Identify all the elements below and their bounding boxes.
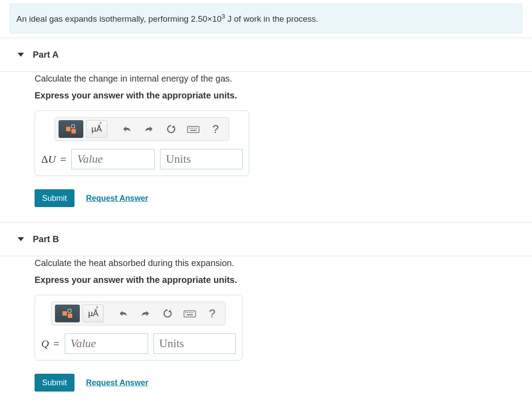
units-input[interactable] [160,149,243,169]
part-prompt: Calculate the heat absorbed during this … [35,256,532,270]
undo-button[interactable] [117,120,137,138]
problem-exp: 3 [222,13,225,20]
template-box-icon [68,309,71,313]
reset-button[interactable] [161,120,181,138]
units-input-field[interactable] [166,153,237,166]
value-input-field[interactable] [77,153,149,166]
part-prompt: Calculate the change in internal energy … [35,72,532,85]
keyboard-button[interactable] [184,120,203,138]
ring-accent-icon [96,306,98,308]
part-instruction: Express your answer with the appropriate… [35,275,532,285]
variable-label: ΔU = [41,153,66,165]
part-instruction: Express your answer with the appropriate… [35,90,532,101]
redo-button[interactable] [136,305,155,322]
svg-rect-12 [192,312,193,313]
ring-accent-icon [100,122,102,124]
svg-rect-10 [189,312,190,313]
special-chars-button[interactable]: µÅ [82,305,104,322]
redo-icon [141,309,150,317]
answer-box: µÅ [35,110,249,176]
part-header-a[interactable]: Part A [0,38,532,71]
formula-toolbar: µÅ [51,302,226,325]
templates-button[interactable] [55,305,80,322]
part-title: Part A [33,50,59,60]
submit-button[interactable]: Submit [35,374,74,392]
caret-down-icon [18,53,24,57]
problem-value: 2.50×10 [191,14,222,23]
svg-rect-4 [194,128,195,129]
part-header-b[interactable]: Part B [0,223,532,256]
template-box-icon [71,129,76,133]
svg-rect-11 [191,312,192,313]
problem-text-before: An ideal gas expands isothermally, perfo… [16,14,191,23]
template-box-icon [63,311,67,316]
part-body-b: Calculate the heat absorbed during this … [0,256,532,407]
svg-rect-1 [189,128,190,129]
help-button[interactable]: ? [206,120,225,138]
svg-rect-13 [187,314,193,315]
keyboard-button[interactable] [180,305,200,322]
svg-rect-2 [191,128,192,129]
keyboard-icon [184,309,196,317]
templates-button[interactable] [59,120,83,138]
redo-button[interactable] [139,120,159,138]
reset-icon [166,124,176,134]
help-button[interactable]: ? [202,305,222,322]
special-chars-button[interactable]: µÅ [86,120,107,138]
svg-rect-8 [185,312,186,313]
svg-rect-7 [184,311,196,317]
keyboard-icon [187,125,200,133]
units-input[interactable] [153,333,236,354]
problem-text-after: J of work in the process. [225,14,318,23]
submit-button[interactable]: Submit [35,189,74,207]
ma-label: µÅ [91,124,102,134]
undo-icon [122,125,132,133]
redo-icon [144,125,154,133]
svg-rect-0 [188,126,199,133]
value-input-field[interactable] [70,337,142,350]
value-input[interactable] [71,149,155,169]
ma-label: µÅ [88,309,99,318]
caret-down-icon [18,237,24,241]
template-box-icon [66,127,70,131]
svg-rect-9 [187,312,188,313]
units-input-field[interactable] [159,337,230,350]
problem-statement: An ideal gas expands isothermally, perfo… [10,4,522,33]
template-box-icon [68,313,72,318]
reset-button[interactable] [158,305,177,322]
request-answer-link[interactable]: Request Answer [86,194,148,203]
undo-icon [118,309,128,317]
help-label: ? [212,122,219,136]
template-box-icon [71,125,75,128]
formula-toolbar: µÅ [55,117,229,141]
request-answer-link[interactable]: Request Answer [86,378,148,388]
variable-label: Q = [41,338,59,350]
svg-rect-5 [196,128,197,129]
help-label: ? [209,307,215,321]
svg-rect-6 [190,130,196,131]
undo-button[interactable] [113,305,133,322]
svg-rect-3 [192,128,193,129]
reset-icon [163,309,172,318]
value-input[interactable] [65,333,148,354]
part-title: Part B [33,234,59,244]
answer-box: µÅ [35,295,243,360]
part-body-a: Calculate the change in internal energy … [0,72,532,222]
